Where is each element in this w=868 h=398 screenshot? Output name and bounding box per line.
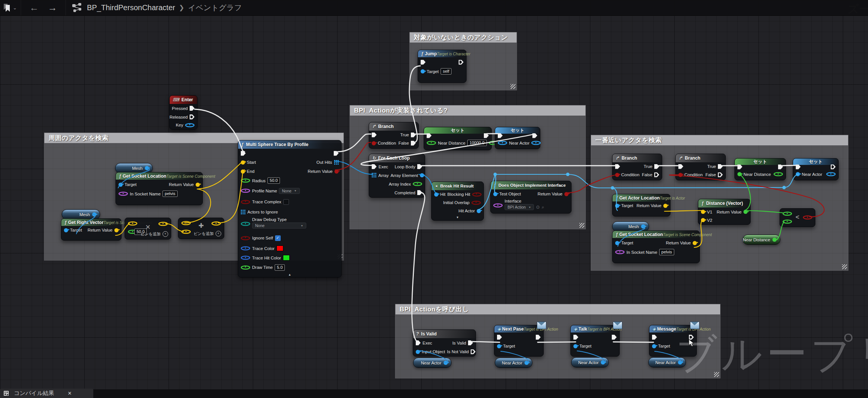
- draw-debug-dropdown[interactable]: None▼: [252, 223, 306, 229]
- draw-debug-pin[interactable]: [241, 222, 250, 226]
- node-break-hit-result[interactable]: ◄Break Hit Result HitBlocking Hit Initia…: [431, 181, 484, 221]
- interface-dropdown[interactable]: BPI Action▼: [505, 204, 534, 210]
- completed-pin[interactable]: [417, 190, 422, 195]
- target-pin[interactable]: [573, 344, 578, 348]
- hit-actor-pin[interactable]: [477, 209, 481, 213]
- radius-pin[interactable]: [241, 178, 250, 183]
- trace-hit-color-swatch[interactable]: [283, 255, 290, 261]
- variable-near-actor[interactable]: Near Actor: [495, 358, 532, 368]
- false-pin[interactable]: [718, 172, 723, 177]
- exec-out-pin[interactable]: [190, 114, 195, 119]
- node-branch-1[interactable]: ↱Branch True ConditionFalse: [369, 122, 419, 149]
- target-value-field[interactable]: self: [441, 68, 451, 75]
- exec-in-pin[interactable]: [573, 335, 578, 340]
- target-pin[interactable]: [497, 344, 501, 348]
- mesh-out-pin[interactable]: [641, 224, 645, 229]
- exec-out-pin[interactable]: [190, 106, 195, 111]
- exec-in-pin[interactable]: [678, 164, 683, 169]
- exec-in-pin[interactable]: [372, 164, 377, 169]
- socket-name-pin[interactable]: [615, 250, 625, 254]
- exec-out-pin[interactable]: [831, 165, 836, 169]
- exec-out-pin[interactable]: [778, 165, 783, 169]
- return-value-pin[interactable]: [114, 228, 119, 232]
- node-set-near-actor[interactable]: セット Near Actor: [495, 127, 540, 149]
- target-pin[interactable]: [652, 344, 656, 348]
- exec-in-pin[interactable]: [427, 133, 432, 138]
- variable-mesh[interactable]: Mesh: [612, 221, 649, 232]
- initial-overlap-pin[interactable]: [471, 201, 481, 205]
- node-set-near-distance-2[interactable]: セット Near Distance: [734, 158, 786, 180]
- variable-mesh[interactable]: Mesh: [115, 163, 153, 173]
- start-pin[interactable]: [241, 160, 245, 165]
- is-valid-pin[interactable]: [468, 340, 473, 345]
- bookmark-icon[interactable]: [3, 3, 11, 12]
- near-actor-out-pin[interactable]: [444, 361, 448, 365]
- trace-hit-color-pin[interactable]: [241, 256, 250, 260]
- true-pin[interactable]: [718, 164, 723, 169]
- node-get-actor-location[interactable]: ƒ Get Actor LocationTarget is Actor Targ…: [612, 194, 670, 217]
- comment-title[interactable]: BPI_Actionが実装されている?: [350, 105, 585, 116]
- node-multi-sphere-trace[interactable]: ƒMulti Sphere Trace By Profile StartOut …: [238, 140, 342, 278]
- exec-in-pin[interactable]: [421, 60, 426, 65]
- collapse-button[interactable]: ▲: [238, 272, 341, 278]
- node-branch-3[interactable]: ↱Branch True ConditionFalse: [612, 154, 662, 180]
- near-actor-out-pin[interactable]: [678, 360, 682, 364]
- node-branch-4[interactable]: ↱Branch True ConditionFalse: [675, 154, 726, 180]
- near-distance-out-pin[interactable]: [772, 238, 777, 242]
- exec-out-pin[interactable]: [484, 133, 489, 138]
- exec-out-pin[interactable]: [334, 151, 339, 156]
- return-value-pin[interactable]: [693, 241, 697, 245]
- node-set-near-actor-2[interactable]: セット Near Actor: [793, 158, 839, 180]
- socket-name-field[interactable]: pelvis: [659, 249, 674, 255]
- variable-near-actor[interactable]: Near Actor: [648, 357, 686, 368]
- bookmark-caret-icon[interactable]: ⌄: [13, 5, 17, 11]
- near-actor-pin[interactable]: [498, 141, 507, 145]
- exec-out-pin[interactable]: [532, 133, 537, 138]
- node-distance-vector[interactable]: ƒDistance (Vector) V1Return Value V2: [698, 199, 751, 225]
- exec-out-pin[interactable]: [612, 335, 617, 340]
- target-pin[interactable]: [64, 228, 68, 232]
- is-not-valid-pin[interactable]: [471, 349, 476, 354]
- node-does-object-implement-interface[interactable]: ƒDoes Object Implement Interface Test Ob…: [490, 181, 572, 213]
- exec-in-pin[interactable]: [615, 164, 620, 169]
- out-hits-array-pin[interactable]: [334, 160, 339, 165]
- near-actor-pin[interactable]: [796, 172, 800, 176]
- exec-in-pin[interactable]: [241, 151, 246, 156]
- variable-mesh[interactable]: Mesh: [62, 209, 100, 220]
- forward-button[interactable]: →: [48, 0, 57, 15]
- false-pin[interactable]: [411, 141, 416, 146]
- node-add[interactable]: ✚ ピンを追加+: [178, 218, 224, 239]
- comment-title[interactable]: 一番近いアクタを検索: [591, 135, 848, 145]
- return-value-pin[interactable]: [663, 204, 667, 208]
- exec-in-pin[interactable]: [372, 133, 377, 137]
- condition-pin[interactable]: [372, 141, 376, 145]
- out-pin[interactable]: [774, 172, 783, 176]
- condition-pin[interactable]: [615, 173, 619, 177]
- false-pin[interactable]: [654, 172, 659, 177]
- array-index-pin[interactable]: [413, 182, 422, 186]
- exec-in-pin[interactable]: [652, 335, 657, 340]
- out-pin[interactable]: [826, 172, 836, 176]
- node-get-right-vector[interactable]: ƒ Get Right VectorTarget is Scene Compon…: [61, 218, 122, 241]
- exec-in-pin[interactable]: [416, 340, 421, 345]
- test-object-pin[interactable]: [493, 192, 497, 196]
- exec-out-pin[interactable]: [536, 335, 541, 340]
- node-enter-event[interactable]: ⌨Enter Pressed Released Key: [169, 95, 198, 130]
- v1-pin[interactable]: [701, 210, 705, 214]
- true-pin[interactable]: [411, 133, 416, 137]
- target-pin[interactable]: [421, 69, 425, 73]
- breadcrumb-graph-name[interactable]: イベントグラフ: [188, 3, 242, 13]
- node-multiply[interactable]: ✕ 50.0 ピンを追加+: [125, 218, 171, 239]
- socket-name-pin[interactable]: [119, 192, 128, 196]
- exec-in-pin[interactable]: [796, 165, 801, 169]
- mesh-out-pin[interactable]: [92, 212, 96, 217]
- actors-to-ignore-pin[interactable]: [241, 210, 246, 215]
- near-actor-out-pin[interactable]: [524, 361, 529, 365]
- target-pin[interactable]: [615, 241, 619, 245]
- node-set-near-distance[interactable]: セット Near Distance10000.0: [424, 127, 492, 150]
- return-value-pin[interactable]: [743, 210, 748, 214]
- near-distance-field[interactable]: 10000.0: [467, 140, 487, 146]
- node-is-valid[interactable]: ?Is Valid ExecIs Valid Input ObjectIs No…: [413, 329, 476, 357]
- key-pin[interactable]: [185, 123, 195, 127]
- socket-name-field[interactable]: pelvis: [163, 191, 178, 197]
